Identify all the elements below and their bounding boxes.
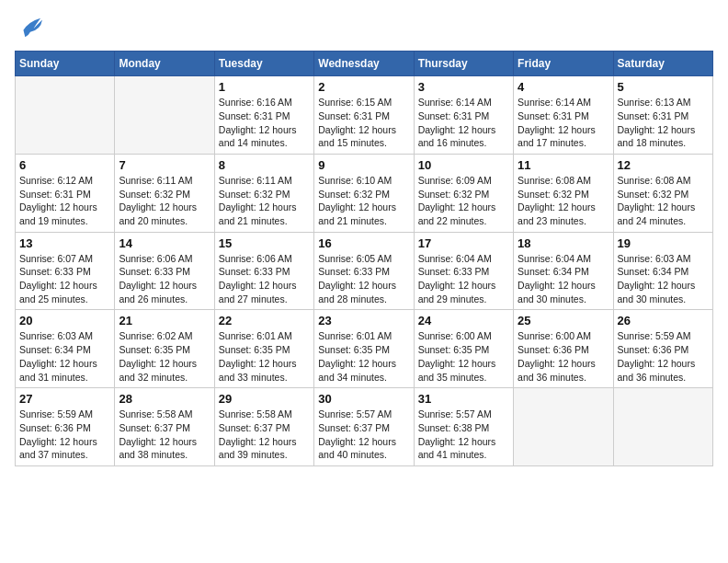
- day-number: 19: [618, 236, 709, 250]
- day-info: Sunrise: 6:07 AMSunset: 6:33 PMDaylight:…: [19, 252, 110, 306]
- day-info: Sunrise: 6:04 AMSunset: 6:33 PMDaylight:…: [418, 252, 509, 306]
- logo: [15, 15, 42, 41]
- week-row-1: 1Sunrise: 6:16 AMSunset: 6:31 PMDaylight…: [16, 76, 713, 155]
- day-info: Sunrise: 6:10 AMSunset: 6:32 PMDaylight:…: [318, 174, 409, 228]
- calendar-cell: [613, 388, 712, 466]
- week-row-2: 6Sunrise: 6:12 AMSunset: 6:31 PMDaylight…: [16, 154, 713, 232]
- calendar-cell: 1Sunrise: 6:16 AMSunset: 6:31 PMDaylight…: [214, 76, 313, 155]
- day-number: 14: [119, 236, 210, 250]
- weekday-header-row: SundayMondayTuesdayWednesdayThursdayFrid…: [16, 52, 713, 76]
- day-number: 1: [219, 80, 310, 94]
- calendar-cell: 5Sunrise: 6:13 AMSunset: 6:31 PMDaylight…: [613, 76, 712, 155]
- day-number: 16: [318, 236, 409, 250]
- day-number: 27: [19, 392, 110, 406]
- week-row-4: 20Sunrise: 6:03 AMSunset: 6:34 PMDayligh…: [16, 310, 713, 388]
- day-number: 12: [618, 158, 709, 172]
- day-number: 10: [418, 158, 509, 172]
- day-number: 24: [418, 314, 509, 327]
- logo-text: [15, 15, 42, 45]
- calendar-cell: 25Sunrise: 6:00 AMSunset: 6:36 PMDayligh…: [514, 310, 613, 388]
- calendar-cell: 13Sunrise: 6:07 AMSunset: 6:33 PMDayligh…: [16, 232, 115, 310]
- day-info: Sunrise: 5:59 AMSunset: 6:36 PMDaylight:…: [618, 329, 709, 384]
- weekday-header-wednesday: Wednesday: [314, 52, 414, 76]
- calendar-cell: [16, 76, 115, 155]
- day-info: Sunrise: 6:12 AMSunset: 6:31 PMDaylight:…: [19, 174, 110, 228]
- day-info: Sunrise: 6:03 AMSunset: 6:34 PMDaylight:…: [618, 252, 709, 306]
- day-number: 13: [19, 236, 110, 250]
- day-info: Sunrise: 6:16 AMSunset: 6:31 PMDaylight:…: [219, 96, 310, 150]
- day-info: Sunrise: 6:08 AMSunset: 6:32 PMDaylight:…: [518, 174, 609, 228]
- day-number: 2: [318, 80, 409, 94]
- day-info: Sunrise: 5:59 AMSunset: 6:36 PMDaylight:…: [19, 408, 110, 462]
- calendar-cell: 17Sunrise: 6:04 AMSunset: 6:33 PMDayligh…: [414, 232, 513, 310]
- day-number: 20: [19, 314, 110, 327]
- day-info: Sunrise: 6:01 AMSunset: 6:35 PMDaylight:…: [318, 329, 409, 384]
- day-number: 25: [518, 314, 609, 327]
- day-info: Sunrise: 6:13 AMSunset: 6:31 PMDaylight:…: [618, 96, 709, 150]
- day-info: Sunrise: 5:57 AMSunset: 6:37 PMDaylight:…: [318, 408, 409, 462]
- calendar-cell: 31Sunrise: 5:57 AMSunset: 6:38 PMDayligh…: [414, 388, 513, 466]
- calendar-cell: 30Sunrise: 5:57 AMSunset: 6:37 PMDayligh…: [314, 388, 414, 466]
- day-number: 21: [119, 314, 210, 327]
- calendar-cell: 26Sunrise: 5:59 AMSunset: 6:36 PMDayligh…: [613, 310, 712, 388]
- day-info: Sunrise: 6:11 AMSunset: 6:32 PMDaylight:…: [219, 174, 310, 228]
- calendar-cell: 2Sunrise: 6:15 AMSunset: 6:31 PMDaylight…: [314, 76, 414, 155]
- calendar-cell: 19Sunrise: 6:03 AMSunset: 6:34 PMDayligh…: [613, 232, 712, 310]
- page-header: [15, 15, 713, 41]
- calendar-cell: 7Sunrise: 6:11 AMSunset: 6:32 PMDaylight…: [115, 154, 214, 232]
- calendar-cell: 10Sunrise: 6:09 AMSunset: 6:32 PMDayligh…: [414, 154, 513, 232]
- day-info: Sunrise: 6:02 AMSunset: 6:35 PMDaylight:…: [119, 329, 210, 384]
- day-number: 31: [418, 392, 509, 406]
- day-number: 18: [518, 236, 609, 250]
- day-info: Sunrise: 6:14 AMSunset: 6:31 PMDaylight:…: [518, 96, 609, 150]
- day-number: 30: [318, 392, 409, 406]
- calendar-cell: 29Sunrise: 5:58 AMSunset: 6:37 PMDayligh…: [214, 388, 313, 466]
- day-info: Sunrise: 6:06 AMSunset: 6:33 PMDaylight:…: [119, 252, 210, 306]
- calendar-cell: 20Sunrise: 6:03 AMSunset: 6:34 PMDayligh…: [16, 310, 115, 388]
- day-number: 8: [219, 158, 310, 172]
- day-number: 3: [418, 80, 509, 94]
- day-info: Sunrise: 5:58 AMSunset: 6:37 PMDaylight:…: [119, 408, 210, 462]
- weekday-header-saturday: Saturday: [613, 52, 712, 76]
- calendar-cell: [514, 388, 613, 466]
- day-number: 29: [219, 392, 310, 406]
- calendar-cell: 18Sunrise: 6:04 AMSunset: 6:34 PMDayligh…: [514, 232, 613, 310]
- calendar-cell: 27Sunrise: 5:59 AMSunset: 6:36 PMDayligh…: [16, 388, 115, 466]
- day-info: Sunrise: 6:01 AMSunset: 6:35 PMDaylight:…: [219, 329, 310, 384]
- day-info: Sunrise: 6:00 AMSunset: 6:36 PMDaylight:…: [518, 329, 609, 384]
- day-info: Sunrise: 6:03 AMSunset: 6:34 PMDaylight:…: [19, 329, 110, 384]
- day-number: 28: [119, 392, 210, 406]
- day-number: 7: [119, 158, 210, 172]
- logo-bird-icon: [17, 15, 42, 40]
- calendar-cell: [115, 76, 214, 155]
- calendar-cell: 22Sunrise: 6:01 AMSunset: 6:35 PMDayligh…: [214, 310, 313, 388]
- day-number: 15: [219, 236, 310, 250]
- day-info: Sunrise: 5:57 AMSunset: 6:38 PMDaylight:…: [418, 408, 509, 462]
- weekday-header-thursday: Thursday: [414, 52, 513, 76]
- weekday-header-sunday: Sunday: [16, 52, 115, 76]
- day-info: Sunrise: 6:06 AMSunset: 6:33 PMDaylight:…: [219, 252, 310, 306]
- calendar-table: SundayMondayTuesdayWednesdayThursdayFrid…: [15, 51, 713, 466]
- calendar-cell: 16Sunrise: 6:05 AMSunset: 6:33 PMDayligh…: [314, 232, 414, 310]
- week-row-5: 27Sunrise: 5:59 AMSunset: 6:36 PMDayligh…: [16, 388, 713, 466]
- day-number: 9: [318, 158, 409, 172]
- calendar-cell: 3Sunrise: 6:14 AMSunset: 6:31 PMDaylight…: [414, 76, 513, 155]
- calendar-cell: 23Sunrise: 6:01 AMSunset: 6:35 PMDayligh…: [314, 310, 414, 388]
- day-number: 23: [318, 314, 409, 327]
- day-info: Sunrise: 6:14 AMSunset: 6:31 PMDaylight:…: [418, 96, 509, 150]
- day-number: 11: [518, 158, 609, 172]
- day-info: Sunrise: 6:00 AMSunset: 6:35 PMDaylight:…: [418, 329, 509, 384]
- calendar-cell: 9Sunrise: 6:10 AMSunset: 6:32 PMDaylight…: [314, 154, 414, 232]
- calendar-cell: 24Sunrise: 6:00 AMSunset: 6:35 PMDayligh…: [414, 310, 513, 388]
- calendar-cell: 8Sunrise: 6:11 AMSunset: 6:32 PMDaylight…: [214, 154, 313, 232]
- day-number: 17: [418, 236, 509, 250]
- day-info: Sunrise: 6:15 AMSunset: 6:31 PMDaylight:…: [318, 96, 409, 150]
- day-number: 26: [618, 314, 709, 327]
- calendar-cell: 28Sunrise: 5:58 AMSunset: 6:37 PMDayligh…: [115, 388, 214, 466]
- calendar-cell: 11Sunrise: 6:08 AMSunset: 6:32 PMDayligh…: [514, 154, 613, 232]
- day-info: Sunrise: 6:08 AMSunset: 6:32 PMDaylight:…: [618, 174, 709, 228]
- weekday-header-monday: Monday: [115, 52, 214, 76]
- calendar-cell: 4Sunrise: 6:14 AMSunset: 6:31 PMDaylight…: [514, 76, 613, 155]
- day-info: Sunrise: 6:05 AMSunset: 6:33 PMDaylight:…: [318, 252, 409, 306]
- day-number: 4: [518, 80, 609, 94]
